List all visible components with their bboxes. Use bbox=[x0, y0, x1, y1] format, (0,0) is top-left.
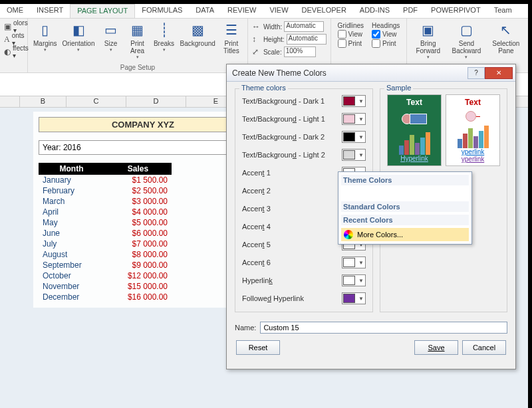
background-button[interactable]: ▩Background bbox=[178, 19, 218, 49]
dialog-title: Create New Theme Colors bbox=[232, 68, 327, 78]
year-cell[interactable]: Year: 2016 bbox=[39, 140, 247, 155]
swatch-9[interactable]: ▼ bbox=[342, 256, 366, 268]
table-row[interactable]: February$2 500.00 bbox=[39, 185, 172, 196]
swatch-3[interactable]: ▼ bbox=[342, 149, 366, 161]
ribbon-tabs: OMEINSERTPAGE LAYOUTFORMULASDATAREVIEWVI… bbox=[0, 4, 528, 19]
more-colors[interactable]: More Colors... bbox=[341, 228, 469, 241]
swatch-0[interactable]: ▼ bbox=[342, 95, 366, 107]
col-header-C[interactable]: C bbox=[66, 96, 126, 107]
table-row[interactable]: January$1 500.00 bbox=[39, 175, 172, 185]
tab-powerpivot[interactable]: POWERPIVOT bbox=[424, 4, 487, 18]
name-label: Name: bbox=[235, 324, 256, 332]
table-row[interactable]: June$6 000.00 bbox=[39, 228, 172, 239]
headings-label: Headings bbox=[372, 22, 400, 29]
send-backward-button[interactable]: ▢Send Backward▾ bbox=[446, 19, 486, 61]
size-button[interactable]: ▭Size▾ bbox=[98, 19, 124, 54]
tab-pdf[interactable]: PDF bbox=[396, 4, 424, 18]
col-header-B[interactable]: B bbox=[20, 96, 66, 107]
tab-formulas[interactable]: FORMULAS bbox=[135, 4, 189, 18]
tab-add-ins[interactable]: ADD-INS bbox=[353, 4, 396, 18]
col-header-D[interactable]: D bbox=[126, 96, 186, 107]
data-table: MonthSales January$1 500.00February$2 50… bbox=[39, 163, 172, 302]
sample-dark: Text Hyperlink bbox=[387, 94, 442, 166]
table-row[interactable]: September$9 000.00 bbox=[39, 260, 172, 270]
col-header-blank[interactable] bbox=[0, 96, 20, 107]
themes-effects[interactable]: ◐ffects ▾ bbox=[4, 46, 23, 58]
swatch-11[interactable]: ▼ bbox=[342, 292, 366, 304]
margins-button[interactable]: ▯Margins▾ bbox=[31, 19, 60, 54]
table-row[interactable]: December$16 000.00 bbox=[39, 292, 172, 302]
scale-combo[interactable]: 100% bbox=[284, 47, 316, 57]
width-combo[interactable]: Automatic bbox=[284, 21, 324, 32]
company-header: COMPANY XYZ bbox=[39, 117, 247, 132]
height-combo[interactable]: Automatic bbox=[287, 34, 327, 45]
color-picker-popup: Theme Colors Standard Colors Recent Colo… bbox=[338, 171, 472, 245]
swatch-10[interactable]: ▼ bbox=[342, 274, 366, 286]
bring-forward-button[interactable]: ▣Bring Forward▾ bbox=[410, 19, 446, 61]
gridlines-label: Gridlines bbox=[338, 22, 364, 29]
breaks-button[interactable]: ┊Breaks▾ bbox=[151, 19, 178, 54]
sample-light: Text yperlink yperlink bbox=[446, 94, 500, 166]
tab-page-layout[interactable]: PAGE LAYOUT bbox=[70, 4, 135, 18]
tab-view[interactable]: VIEW bbox=[263, 4, 295, 18]
swatch-2[interactable]: ▼ bbox=[342, 131, 366, 143]
reset-button[interactable]: Reset bbox=[236, 340, 280, 355]
gridlines-view-check[interactable]: View bbox=[338, 30, 364, 39]
headings-print-check[interactable]: Print bbox=[372, 39, 400, 48]
print-area-button[interactable]: ▦Print Area▾ bbox=[124, 19, 151, 61]
swatch-1[interactable]: ▼ bbox=[342, 113, 366, 125]
print-titles-button[interactable]: ☰Print Titles bbox=[218, 19, 245, 56]
name-input[interactable] bbox=[260, 322, 507, 334]
tab-review[interactable]: REVIEW bbox=[221, 4, 263, 18]
orientation-button[interactable]: ◧Orientation▾ bbox=[60, 19, 98, 54]
cancel-button[interactable]: Cancel bbox=[462, 340, 506, 355]
close-button[interactable]: ✕ bbox=[485, 67, 513, 79]
table-row[interactable]: August$8 000.00 bbox=[39, 249, 172, 260]
tab-developer[interactable]: DEVELOPER bbox=[295, 4, 353, 18]
themes-colors[interactable]: ▣olors ▾ bbox=[4, 21, 23, 33]
headings-view-check[interactable]: View bbox=[372, 30, 400, 39]
save-button[interactable]: Save bbox=[414, 340, 458, 355]
table-row[interactable]: October$12 000.00 bbox=[39, 270, 172, 281]
table-row[interactable]: July$7 000.00 bbox=[39, 239, 172, 249]
table-row[interactable]: March$3 000.00 bbox=[39, 196, 172, 207]
selection-pane-button[interactable]: ↖Selection Pane bbox=[487, 19, 525, 56]
themes-fonts[interactable]: Aonts ▾ bbox=[4, 33, 23, 45]
tab-ome[interactable]: OME bbox=[0, 4, 30, 18]
color-wheel-icon bbox=[344, 230, 353, 239]
table-row[interactable]: April$4 000.00 bbox=[39, 207, 172, 217]
tab-insert[interactable]: INSERT bbox=[30, 4, 70, 18]
gridlines-print-check[interactable]: Print bbox=[338, 39, 364, 48]
help-button[interactable]: ? bbox=[467, 67, 485, 79]
tab-data[interactable]: DATA bbox=[189, 4, 221, 18]
table-row[interactable]: November$15 000.00 bbox=[39, 281, 172, 292]
table-row[interactable]: May$5 000.00 bbox=[39, 217, 172, 228]
tab-team[interactable]: Team bbox=[487, 4, 519, 18]
